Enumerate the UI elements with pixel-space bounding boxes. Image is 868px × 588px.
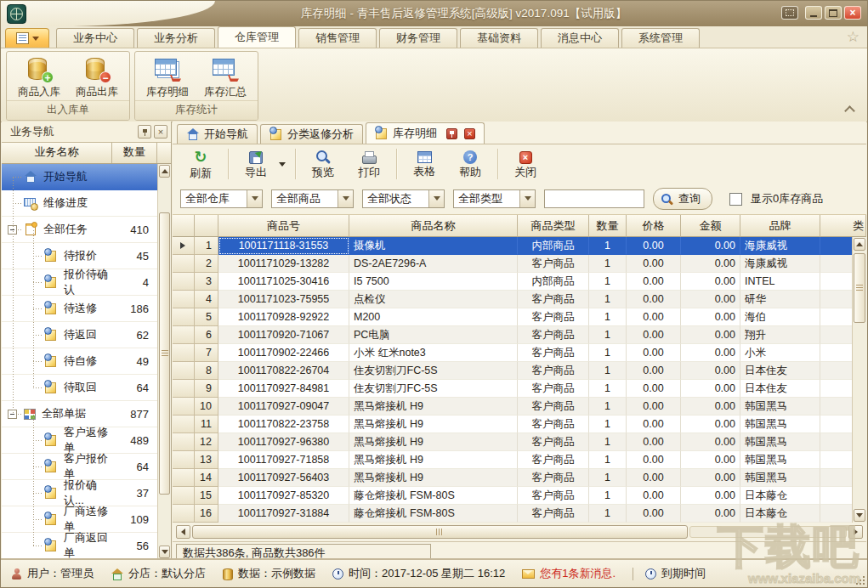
chevron-down-icon[interactable] xyxy=(247,190,262,207)
minimize-button[interactable] xyxy=(805,6,822,20)
document-tab-2[interactable]: 分类返修分析 xyxy=(260,124,363,144)
scrollbar-track[interactable] xyxy=(689,526,847,538)
tab-pin-button[interactable] xyxy=(446,128,457,139)
scrollbar-thumb[interactable] xyxy=(192,525,688,539)
ribbon-tab-3[interactable]: 仓库管理 xyxy=(218,26,296,48)
scroll-down-button[interactable] xyxy=(854,509,865,522)
document-tab-1[interactable]: 开始导航 xyxy=(177,124,258,144)
new-message-label[interactable]: 您有1条新消息. xyxy=(540,566,616,581)
column-header-3[interactable]: 商品类型 xyxy=(518,215,589,237)
table-row[interactable]: 31001171025-30416I5 7500内部商品10.000.00INT… xyxy=(173,273,866,291)
toolbar-preview-button[interactable]: 预览 xyxy=(300,146,346,182)
table-row[interactable]: 21001171029-13282DS-2AE7296-A客户商品10.000.… xyxy=(173,255,866,273)
main-menu-button[interactable] xyxy=(5,28,49,48)
ribbon-tab-4[interactable]: 销售管理 xyxy=(298,28,377,48)
nav-item-12[interactable]: 客户报价单64 xyxy=(2,454,157,480)
title-bar[interactable]: 库存明细 - 青丰售后返修管理系统[高级版] v2017.091【试用版】 × xyxy=(1,1,867,26)
scroll-up-button[interactable] xyxy=(159,165,170,178)
ribbon-tab-8[interactable]: 系统管理 xyxy=(621,28,700,48)
nav-scrollbar[interactable] xyxy=(157,164,171,559)
column-header-2[interactable]: 商品名称 xyxy=(349,215,518,237)
nav-item-1[interactable]: 开始导航 xyxy=(2,164,157,190)
nav-column-name[interactable]: 业务名称 xyxy=(2,143,112,163)
table-row[interactable]: 121001170927-96380黑马熔接机 H9客户商品10.000.00韩… xyxy=(173,433,866,451)
ribbon-tab-6[interactable]: 基础资料 xyxy=(460,28,538,48)
dropdown-caret-icon[interactable] xyxy=(279,162,286,170)
table-row[interactable]: 131001170927-71858黑马熔接机 H9客户商品10.000.00韩… xyxy=(173,451,866,469)
nav-item-6[interactable]: 待送修186 xyxy=(2,296,157,322)
table-row[interactable]: 101001170927-09047黑马熔接机 H9客户商品10.000.00韩… xyxy=(173,398,866,416)
skin-button[interactable] xyxy=(781,6,798,20)
search-input[interactable] xyxy=(544,189,644,208)
scrollbar-thumb[interactable] xyxy=(854,253,865,323)
toolbar-help-button[interactable]: 帮助 xyxy=(447,146,493,182)
nav-column-count[interactable]: 数量 xyxy=(112,143,157,163)
nav-item-3[interactable]: 全部任务410 xyxy=(2,217,157,243)
nav-item-7[interactable]: 待返回62 xyxy=(2,322,157,348)
scroll-down-button[interactable] xyxy=(159,546,170,558)
nav-item-4[interactable]: 待报价45 xyxy=(2,243,157,269)
ribbon-button-stock-summary[interactable]: 库存汇总 xyxy=(197,55,253,99)
resize-grip[interactable] xyxy=(854,574,865,585)
column-header-8[interactable]: 类 xyxy=(820,215,866,237)
table-row[interactable]: 141001170927-56403黑马熔接机 H9客户商品10.000.00韩… xyxy=(173,469,866,487)
toolbar-print-button[interactable]: 打印 xyxy=(346,146,392,182)
toolbar-table-button[interactable]: 表格 xyxy=(401,146,447,182)
ribbon-collapse-button[interactable] xyxy=(843,105,855,115)
table-scrollbar[interactable] xyxy=(852,237,866,523)
show-zero-checkbox[interactable] xyxy=(729,193,742,206)
column-header-7[interactable]: 品牌 xyxy=(740,215,820,237)
table-row[interactable]: 151001170927-85320藤仓熔接机 FSM-80S客户商品10.00… xyxy=(173,487,866,505)
toolbar-export-button[interactable]: 导出 xyxy=(233,146,279,182)
table-row[interactable]: 81001170822-26704住友切割刀FC-5S客户商品10.000.00… xyxy=(173,362,866,380)
nav-item-14[interactable]: 厂商送修单109 xyxy=(2,506,157,533)
column-header-4[interactable]: 数量 xyxy=(589,215,627,237)
scroll-left-button[interactable] xyxy=(176,525,190,539)
filter-combo-2[interactable]: 全部商品 xyxy=(271,189,354,208)
nav-item-15[interactable]: 厂商返回单56 xyxy=(2,533,157,559)
nav-item-9[interactable]: 待取回64 xyxy=(2,375,157,401)
toolbar-close-button[interactable]: 关闭 xyxy=(502,146,548,182)
collapse-toggle[interactable] xyxy=(8,225,17,235)
close-button[interactable]: × xyxy=(844,6,861,20)
scrollbar-thumb[interactable] xyxy=(159,212,170,495)
filter-combo-4[interactable]: 全部类型 xyxy=(453,189,536,208)
nav-item-11[interactable]: 客户返修单489 xyxy=(2,427,157,454)
toolbar-refresh-button[interactable]: 刷新 xyxy=(178,146,224,182)
nav-item-13[interactable]: 报价确认...37 xyxy=(2,480,157,506)
chevron-down-icon[interactable] xyxy=(519,190,535,207)
chevron-down-icon[interactable] xyxy=(428,190,444,207)
column-header-1[interactable]: 商品号 xyxy=(218,215,349,237)
document-tab-3[interactable]: 库存明细× xyxy=(366,122,485,144)
table-row[interactable]: 11001171118-31553摄像机内部商品10.000.00海康威视 xyxy=(173,237,866,255)
filter-combo-1[interactable]: 全部仓库 xyxy=(180,189,263,208)
nav-item-2[interactable]: 维修进度 xyxy=(2,190,157,217)
scroll-up-button[interactable] xyxy=(854,238,865,251)
ribbon-tab-2[interactable]: 业务分析 xyxy=(137,28,215,48)
pin-button[interactable] xyxy=(138,125,151,139)
scrollbar-track[interactable] xyxy=(158,178,171,545)
ribbon-button-db-in[interactable]: 商品入库 xyxy=(11,55,67,99)
ribbon-button-db-out[interactable]: 商品出库 xyxy=(69,55,125,99)
ribbon-tab-5[interactable]: 财务管理 xyxy=(379,28,457,48)
table-row[interactable]: 71001170902-22466小米 红米note3客户商品10.000.00… xyxy=(173,344,866,362)
ribbon-tab-7[interactable]: 消息中心 xyxy=(541,28,619,48)
table-row[interactable]: 91001170927-84981住友切割刀FC-5S客户商品10.000.00… xyxy=(173,380,866,398)
table-row[interactable]: 41001171023-75955点检仪客户商品10.000.00研华 xyxy=(173,291,866,308)
table-row[interactable]: 111001170822-23758黑马熔接机 H9客户商品10.000.00韩… xyxy=(173,416,866,433)
table-row[interactable]: 51001170928-92922M200客户商品10.000.00海伯 xyxy=(173,308,866,326)
table-row[interactable]: 161001170927-31884藤仓熔接机 FSM-80S客户商品10.00… xyxy=(173,505,866,523)
ribbon-button-stock-detail[interactable]: 库存明细 xyxy=(139,55,196,99)
column-header-5[interactable]: 价格 xyxy=(627,215,681,237)
query-button[interactable]: 查询 xyxy=(653,188,712,210)
horizontal-scrollbar[interactable] xyxy=(176,524,863,540)
favorites-star-icon[interactable]: ☆ xyxy=(847,30,863,44)
nav-close-button[interactable]: × xyxy=(154,125,167,139)
chevron-down-icon[interactable] xyxy=(338,190,353,207)
nav-item-8[interactable]: 待自修49 xyxy=(2,348,157,375)
nav-item-10[interactable]: 全部单据877 xyxy=(2,401,157,427)
tab-close-button[interactable]: × xyxy=(464,128,475,139)
column-header-6[interactable]: 金额 xyxy=(681,215,740,237)
statusbar-message[interactable]: 您有1条新消息. xyxy=(522,566,616,581)
scrollbar-track[interactable] xyxy=(853,252,866,508)
